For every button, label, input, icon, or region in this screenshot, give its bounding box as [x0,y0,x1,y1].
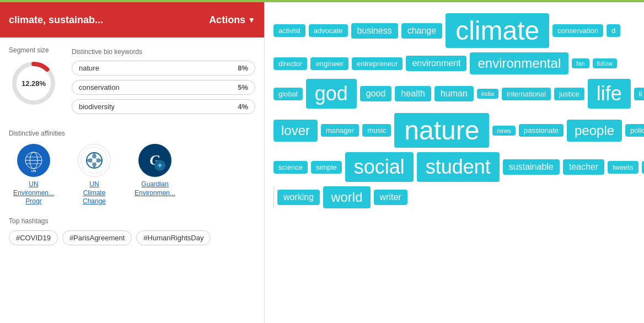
word-cloud: activist advocate business change climat… [273,13,635,208]
word-god[interactable]: god [306,79,357,109]
keyword-item: conservation 5% [72,80,255,95]
word-news[interactable]: news [492,126,516,136]
word-engineer[interactable]: engineer [310,57,348,70]
word-teacher[interactable]: teacher [563,159,604,175]
word-global[interactable]: global [273,88,303,100]
bio-keywords-label: Distinctive bio keywords [72,48,142,56]
word-india[interactable]: india [477,89,498,99]
word-climate[interactable]: climate [446,13,549,48]
word-world[interactable]: world [323,186,370,208]
word-university[interactable]: university [642,161,644,174]
word-row-6: working world writer [273,186,635,208]
affinities-list: UN UNEnvironmen...Progr [9,144,255,206]
word-social[interactable]: social [345,152,414,182]
word-row-4: lover manager music nature news passiona… [273,113,635,148]
actions-button[interactable]: Actions ▼ [209,14,255,26]
segment-info: Segment size 12.28% Distinctive bio keyw… [9,46,255,119]
segment-title: climate, sustainab... [9,14,103,26]
svg-point-11 [92,158,96,163]
svg-text:UN: UN [31,169,36,173]
word-fan[interactable]: fan [572,58,589,68]
word-working[interactable]: working [277,190,320,205]
keyword-pct: 8% [238,64,248,72]
word-environment[interactable]: environment [406,56,466,71]
bio-keywords-section: Distinctive bio keywords nature 8% conse… [72,46,255,119]
word-row-5: science simple social student sustainabl… [273,152,635,182]
affinity-name-uncc: UNClimateChange [83,180,106,206]
word-simple[interactable]: simple [311,161,342,174]
word-policy[interactable]: policy [625,124,644,137]
affinity-unep[interactable]: UN UNEnvironmen...Progr [9,144,58,206]
word-justice[interactable]: justice [554,88,584,100]
affinity-name-guardian: GuardianEnvironmen... [135,180,175,197]
word-life[interactable]: life [588,79,631,109]
keyword-name: biodiversity [79,103,234,111]
hashtag-paris[interactable]: #ParisAgreement [62,230,132,245]
word-nature[interactable]: nature [394,113,489,148]
word-environmental[interactable]: environmental [470,52,568,74]
right-panel: activist advocate business change climat… [265,2,644,323]
word-conservation[interactable]: conservation [552,24,603,37]
word-tweets[interactable]: tweets [608,161,638,174]
word-international[interactable]: international [502,88,551,100]
keyword-name: nature [79,64,234,72]
word-sustainable[interactable]: sustainable [503,159,560,175]
affinity-logo-guardian: G [138,144,171,177]
affinities-label: Distinctive affinities [9,130,255,137]
word-change[interactable]: change [401,23,443,39]
affinity-logo-uncc [78,144,111,177]
word-row-3: global god good health human india inter… [273,79,635,109]
vertical-divider [273,186,274,208]
keyword-item: biodiversity 4% [72,99,255,114]
segment-header: climate, sustainab... Actions ▼ [0,2,264,37]
affinity-uncc[interactable]: UNClimateChange [69,144,119,206]
keyword-pct: 5% [238,83,248,91]
word-row-1: activist advocate business change climat… [273,13,635,48]
hashtag-badges: #COVID19 #ParisAgreement #HumanRightsDay [9,230,255,245]
word-health[interactable]: health [395,86,431,101]
left-panel: climate, sustainab... Actions ▼ Segment … [0,2,265,323]
segment-size-value: 12.28% [22,79,46,88]
hashtags-section: Top hashtags #COVID19 #ParisAgreement #H… [9,217,255,245]
affinity-name-unep: UNEnvironmen...Progr [13,180,54,206]
hashtags-label: Top hashtags [9,217,255,225]
word-entrepreneur[interactable]: entrepreneur [352,57,402,70]
word-follow[interactable]: follow [593,58,617,68]
word-advocate[interactable]: advocate [309,24,348,37]
word-science[interactable]: science [273,161,308,174]
word-director[interactable]: director [273,57,307,70]
word-human[interactable]: human [434,86,474,101]
hashtag-humanrights[interactable]: #HumanRightsDay [136,230,211,245]
affinity-guardian[interactable]: G GuardianEnvironmen... [130,144,180,206]
word-passionate[interactable]: passionate [519,124,564,137]
chevron-down-icon: ▼ [248,15,255,24]
word-row-2: director engineer entrepreneur environme… [273,52,635,74]
keyword-item: nature 8% [72,61,255,76]
donut-chart: 12.28% [9,58,58,108]
word-business[interactable]: business [351,23,398,39]
affinities-section: Distinctive affinities [9,130,255,206]
word-people[interactable]: people [567,120,622,142]
word-activist[interactable]: activist [273,24,305,37]
main-content: climate, sustainab... Actions ▼ Segment … [0,2,644,323]
word-student[interactable]: student [417,152,500,182]
segment-size-label: Segment size [9,46,49,54]
segment-size-section: Segment size 12.28% [9,46,58,119]
word-li[interactable]: li [634,88,644,100]
affinity-logo-unep: UN [17,144,50,177]
word-writer[interactable]: writer [374,190,407,205]
word-lover[interactable]: lover [273,120,318,142]
word-music[interactable]: music [362,124,391,137]
word-d[interactable]: d [607,24,620,37]
segment-body: Segment size 12.28% Distinctive bio keyw… [0,37,264,323]
hashtag-covid19[interactable]: #COVID19 [9,230,58,245]
keyword-pct: 4% [238,103,248,111]
word-manager[interactable]: manager [321,124,359,137]
word-good[interactable]: good [360,86,392,101]
bio-keywords-list: nature 8% conservation 5% biodiversity 4… [72,61,255,119]
keyword-name: conservation [79,83,234,91]
